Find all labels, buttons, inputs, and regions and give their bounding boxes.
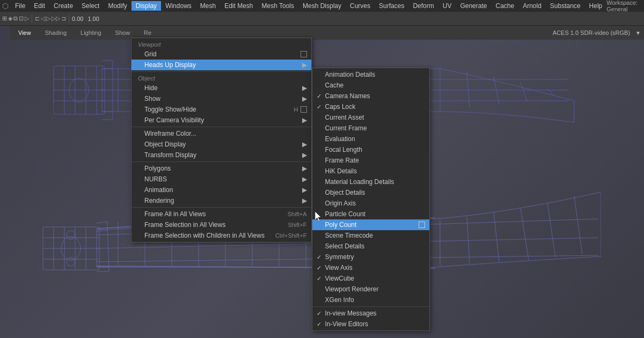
particle-count-label: Particle Count [325, 210, 425, 218]
hud-item-poly-count[interactable]: Poly Count [312, 219, 429, 230]
hud-item-particle-count[interactable]: Particle Count [312, 209, 429, 219]
rendering-arrow-icon: ▶ [302, 197, 307, 204]
select-details-label: Select Details [325, 243, 425, 250]
menu-item-hide[interactable]: Hide ▶ [131, 83, 311, 93]
menu-arnold[interactable]: Arnold [518, 1, 546, 11]
hud-item-select-details[interactable]: Select Details [312, 241, 429, 252]
hud-sep [312, 306, 429, 307]
toolbar-icon-9[interactable]: ▷▷ [52, 15, 60, 22]
menu-windows[interactable]: Windows [161, 1, 196, 11]
menu-file[interactable]: File [11, 1, 30, 11]
viewport-tab-lighting[interactable]: Lighting [75, 28, 107, 37]
hud-item-hik-details[interactable]: HiK Details [312, 166, 429, 177]
viewport-tab-show[interactable]: Show [110, 28, 136, 37]
menu-item-wireframe-color[interactable]: Wireframe Color... [131, 128, 311, 139]
frame-all-shortcut: Shift+A [288, 211, 307, 217]
polygons-label: Polygons [144, 165, 300, 172]
polygons-arrow-icon: ▶ [302, 165, 307, 172]
hud-item-object-details[interactable]: Object Details [312, 187, 429, 198]
toggle-box-icon [301, 106, 307, 113]
menu-help[interactable]: Help [585, 1, 607, 11]
toolbar-icon-2[interactable]: ◈ [8, 15, 12, 22]
hud-item-camera-names[interactable]: ✓ Camera Names [312, 91, 429, 101]
menu-mesh[interactable]: Mesh [196, 1, 220, 11]
menu-item-per-camera[interactable]: Per Camera Visibility ▶ [131, 115, 311, 126]
hud-item-scene-timecode[interactable]: Scene Timecode [312, 230, 429, 241]
menu-curves[interactable]: Curves [346, 1, 375, 11]
hud-item-inview-messages[interactable]: ✓ In-view Messages [312, 308, 429, 319]
viewport-tab-shading[interactable]: Shading [40, 28, 72, 37]
hud-item-cache[interactable]: Cache [312, 80, 429, 91]
menu-item-nurbs[interactable]: NURBS ▶ [131, 174, 311, 185]
hud-item-view-axis[interactable]: ✓ View Axis [312, 262, 429, 273]
menu-item-hud[interactable]: Heads Up Display ▶ [131, 60, 311, 70]
hud-item-origin-axis[interactable]: Origin Axis [312, 198, 429, 209]
menu-item-grid[interactable]: Grid [131, 49, 311, 60]
hud-item-inview-editors[interactable]: ✓ In-View Editors [312, 319, 429, 329]
sep-1 [131, 71, 311, 72]
viewport-tab-re[interactable]: Re [138, 28, 157, 37]
hud-item-viewport-renderer[interactable]: Viewport Renderer [312, 284, 429, 295]
renderer-select[interactable]: ACES 1.0 SDR-video (sRGB) [553, 30, 630, 36]
toolbar-icon-10[interactable]: ⊐ [61, 15, 66, 22]
menu-substance[interactable]: Substance [546, 1, 585, 11]
menu-item-show[interactable]: Show ▶ [131, 93, 311, 104]
hud-item-xgen-info[interactable]: XGen Info [312, 295, 429, 305]
hud-item-current-asset[interactable]: Current Asset [312, 112, 429, 123]
menu-item-toggle-show-hide[interactable]: Toggle Show/Hide H [131, 104, 311, 115]
poly-count-label: Poly Count [325, 221, 416, 229]
menu-cache[interactable]: Cache [491, 1, 518, 11]
hud-item-caps-lock[interactable]: ✓ Caps Lock [312, 101, 429, 112]
symmetry-check: ✓ [317, 254, 325, 261]
menu-deform[interactable]: Deform [408, 1, 438, 11]
menu-select[interactable]: Select [77, 1, 104, 11]
menu-generate[interactable]: Generate [456, 1, 491, 11]
origin-axis-label: Origin Axis [325, 200, 425, 207]
menu-edit-mesh[interactable]: Edit Mesh [220, 1, 257, 11]
menu-item-frame-all[interactable]: Frame All in All Views Shift+A [131, 209, 311, 219]
hud-item-material-loading[interactable]: Material Loading Details [312, 177, 429, 187]
hud-item-frame-rate[interactable]: Frame Rate [312, 155, 429, 166]
menu-create[interactable]: Create [49, 1, 77, 11]
menu-item-frame-selection[interactable]: Frame Selection in All Views Shift+F [131, 219, 311, 230]
toolbar-icon-5[interactable]: ▷ [25, 15, 29, 22]
menu-display[interactable]: Display [131, 1, 161, 11]
object-details-label: Object Details [325, 189, 425, 196]
viewport-tab-view[interactable]: View [13, 28, 36, 37]
material-loading-label: Material Loading Details [325, 178, 425, 186]
menu-uv[interactable]: UV [438, 1, 456, 11]
caps-lock-check: ✓ [317, 104, 325, 111]
viewport-renderer-label: Viewport Renderer [325, 285, 425, 293]
toolbar-icon-1[interactable]: ⊞ [2, 15, 7, 22]
toolbar-icon-6[interactable]: ⊏ [35, 15, 40, 22]
toolbar-icon-3[interactable]: ⧉ [13, 15, 18, 22]
hud-item-symmetry[interactable]: ✓ Symmetry [312, 252, 429, 262]
menu-item-frame-sel-children[interactable]: Frame Selection with Children in All Vie… [131, 230, 311, 241]
menu-item-object-display[interactable]: Object Display ▶ [131, 139, 311, 150]
hud-item-current-frame[interactable]: Current Frame [312, 123, 429, 134]
hud-item-evaluation[interactable]: Evaluation [312, 134, 429, 144]
hud-item-viewcube[interactable]: ✓ ViewCube [312, 273, 429, 284]
menu-modify[interactable]: Modify [104, 1, 131, 11]
hud-item-focal-length[interactable]: Focal Length [312, 144, 429, 155]
menu-item-transform-display[interactable]: Transform Display ▶ [131, 150, 311, 160]
menu-item-rendering[interactable]: Rendering ▶ [131, 195, 311, 206]
menu-mesh-tools[interactable]: Mesh Tools [258, 1, 298, 11]
menu-item-animation[interactable]: Animation ▶ [131, 185, 311, 195]
menu-surfaces[interactable]: Surfaces [375, 1, 408, 11]
inview-editors-label: In-View Editors [325, 320, 425, 328]
svg-line-15 [521, 83, 527, 101]
toolbar-icon-8[interactable]: ▷ [46, 15, 50, 22]
show-arrow-icon: ▶ [302, 95, 307, 102]
hide-arrow-icon: ▶ [302, 84, 307, 92]
hud-arrow-icon: ▶ [302, 61, 307, 69]
menu-mesh-display[interactable]: Mesh Display [298, 1, 346, 11]
menu-item-polygons[interactable]: Polygons ▶ [131, 163, 311, 174]
menu-edit[interactable]: Edit [30, 1, 49, 11]
hud-item-animation-details[interactable]: Animation Details [312, 69, 429, 80]
svg-line-45 [494, 212, 499, 262]
toolbar-icon-7[interactable]: ◁ [41, 15, 45, 22]
svg-point-64 [67, 258, 75, 266]
toolbar-icon-4[interactable]: ⊡ [19, 15, 24, 22]
camera-names-check: ✓ [317, 93, 325, 100]
